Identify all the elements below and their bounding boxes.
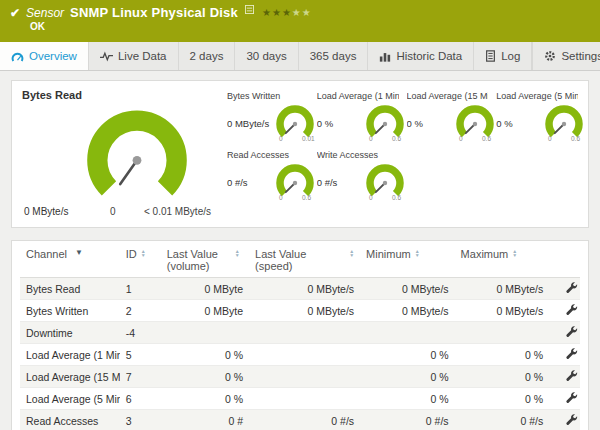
- priority-rating-stars[interactable]: ★★★★★: [262, 7, 312, 18]
- tab-log[interactable]: Log: [474, 42, 532, 70]
- cell-channel: Read Accesses: [20, 410, 120, 430]
- gauge-dial: 00.6: [273, 163, 317, 201]
- star-icon[interactable]: ★: [272, 7, 282, 18]
- tab-2-days[interactable]: 2 days: [179, 42, 236, 70]
- table-row-downtime[interactable]: Downtime-4: [20, 322, 580, 344]
- cell-id: 2: [120, 300, 161, 322]
- tab-label: Log: [501, 50, 520, 62]
- cell-last-value-speed: [249, 322, 360, 344]
- col-last-value-speed[interactable]: Last Value (speed)▲▼: [249, 241, 360, 278]
- col-last-value-volume[interactable]: Last Value (volume)▲▼: [161, 241, 249, 278]
- gauge-load-average-15-minutes: Load Average (15 Minutes)0 %00.6: [407, 91, 489, 142]
- svg-text:0: 0: [459, 135, 463, 142]
- col-minimum[interactable]: Minimum▲▼: [360, 241, 455, 278]
- cell-last-value-speed: [249, 344, 360, 366]
- gauge-scale-min: 0: [110, 206, 116, 217]
- sort-desc-icon: ▼: [75, 248, 83, 257]
- gauge-load-average-5-minutes: Load Average (5 Minutes)0 %00.6: [496, 91, 578, 142]
- cell-minimum: 0 %: [360, 388, 455, 410]
- cell-id: 6: [120, 388, 161, 410]
- gauge-bytes-written: Bytes Written0 MByte/s00.01: [227, 91, 309, 142]
- cell-minimum: [360, 322, 455, 344]
- cell-maximum: 0 %: [455, 366, 550, 388]
- overview-content: Bytes Read 0 MByte/s 0 < 0.01 MByte/s By…: [0, 71, 600, 430]
- channel-settings-wrench-icon[interactable]: [565, 281, 578, 294]
- bar-chart-icon: [379, 51, 391, 62]
- table-header-row: Channel▼ ID▲▼ Last Value (volume)▲▼ Last…: [20, 241, 580, 278]
- channel-settings-wrench-icon[interactable]: [565, 369, 578, 382]
- cell-maximum: 0 MByte/s: [455, 278, 550, 300]
- svg-text:0: 0: [369, 135, 373, 142]
- gauge-title: Load Average (15 Minutes): [407, 91, 489, 104]
- tab-30-days[interactable]: 30 days: [235, 42, 298, 70]
- cell-minimum: 0 MByte/s: [360, 278, 455, 300]
- gauge-title: Bytes Written: [227, 91, 309, 104]
- cell-id: 5: [120, 344, 161, 366]
- gauge-dial: 00.01: [273, 104, 317, 142]
- cell-channel: Load Average (15 Mi...: [20, 366, 120, 388]
- tab-settings[interactable]: Settings: [532, 42, 600, 70]
- sort-icon: ▲▼: [512, 249, 517, 257]
- channel-settings-wrench-icon[interactable]: [565, 391, 578, 404]
- cell-maximum: [455, 322, 550, 344]
- table-row-load-average-1-min[interactable]: Load Average (1 Min...50 %0 %0 %: [20, 344, 580, 366]
- tab-overview[interactable]: Overview: [0, 42, 89, 70]
- gauge-write-accesses: Write Accesses0 #/s00.6: [317, 150, 399, 201]
- tab-365-days[interactable]: 365 days: [299, 42, 369, 70]
- table-row-bytes-read[interactable]: Bytes Read10 MByte0 MByte/s0 MByte/s0 MB…: [20, 278, 580, 300]
- star-icon[interactable]: ★: [262, 7, 272, 18]
- star-icon[interactable]: ★: [282, 7, 292, 18]
- table-row-read-accesses[interactable]: Read Accesses30 #0 #/s0 #/s0 #/s: [20, 410, 580, 430]
- gauge-title: Read Accesses: [227, 150, 309, 163]
- main-gauge-bytes-read: Bytes Read 0 MByte/s 0 < 0.01 MByte/s: [22, 89, 227, 219]
- gauge-title: Write Accesses: [317, 150, 399, 163]
- svg-text:0.6: 0.6: [302, 194, 311, 201]
- status-badge: OK: [30, 21, 590, 32]
- star-icon[interactable]: ★: [302, 7, 312, 18]
- sensor-badge-icon: [245, 5, 254, 14]
- cell-channel: Downtime: [20, 322, 120, 344]
- cell-id: 1: [120, 278, 161, 300]
- cell-last-value-speed: 0 #/s: [249, 410, 360, 430]
- star-icon[interactable]: ★: [292, 7, 302, 18]
- tab-label: Overview: [29, 50, 77, 62]
- gear-icon: [544, 50, 556, 62]
- gauge-scale-max: < 0.01 MByte/s: [144, 206, 211, 217]
- table-row-load-average-5-min[interactable]: Load Average (5 Min...60 %0 %0 %: [20, 388, 580, 410]
- cell-minimum: 0 %: [360, 344, 455, 366]
- cell-last-value-volume: 0 MByte: [161, 300, 249, 322]
- gauge-value: 0 %: [407, 118, 453, 129]
- gauge-dial: 00.6: [363, 104, 407, 142]
- gauge-value: 0 #/s: [317, 177, 363, 188]
- pulse-icon: [100, 51, 113, 62]
- svg-text:0: 0: [279, 194, 283, 201]
- gauge-title: Load Average (1 Minute): [317, 91, 399, 104]
- cell-minimum: 0 %: [360, 366, 455, 388]
- gauges-panel: Bytes Read 0 MByte/s 0 < 0.01 MByte/s By…: [11, 80, 589, 228]
- channel-settings-wrench-icon[interactable]: [565, 303, 578, 316]
- cell-maximum: 0 #/s: [455, 410, 550, 430]
- sensor-header: ✔ Sensor SNMP Linux Physical Disk ★★★★★ …: [0, 0, 600, 42]
- cell-last-value-speed: [249, 388, 360, 410]
- bytes-read-gauge-dial: [78, 103, 196, 207]
- channel-settings-wrench-icon[interactable]: [565, 325, 578, 338]
- page-title: SNMP Linux Physical Disk: [70, 5, 238, 20]
- col-maximum[interactable]: Maximum▲▼: [455, 241, 550, 278]
- cell-channel: Load Average (1 Min...: [20, 344, 120, 366]
- col-channel[interactable]: Channel▼: [20, 241, 120, 278]
- table-row-load-average-15-mi[interactable]: Load Average (15 Mi...70 %0 %0 %: [20, 366, 580, 388]
- gauge-title: Load Average (5 Minutes): [496, 91, 578, 104]
- tab-label: 2 days: [190, 50, 224, 62]
- svg-text:0.01: 0.01: [302, 135, 315, 142]
- svg-text:0.6: 0.6: [392, 135, 401, 142]
- channel-table: Channel▼ ID▲▼ Last Value (volume)▲▼ Last…: [20, 241, 580, 430]
- channel-settings-wrench-icon[interactable]: [565, 413, 578, 426]
- channel-settings-wrench-icon[interactable]: [565, 347, 578, 360]
- cell-minimum: 0 MByte/s: [360, 300, 455, 322]
- tab-historic-data[interactable]: Historic Data: [368, 42, 474, 70]
- table-row-bytes-written[interactable]: Bytes Written20 MByte0 MByte/s0 MByte/s0…: [20, 300, 580, 322]
- tab-live-data[interactable]: Live Data: [89, 42, 179, 70]
- cell-last-value-volume: 0 %: [161, 388, 249, 410]
- tab-label: Settings: [561, 50, 600, 62]
- col-id[interactable]: ID▲▼: [120, 241, 161, 278]
